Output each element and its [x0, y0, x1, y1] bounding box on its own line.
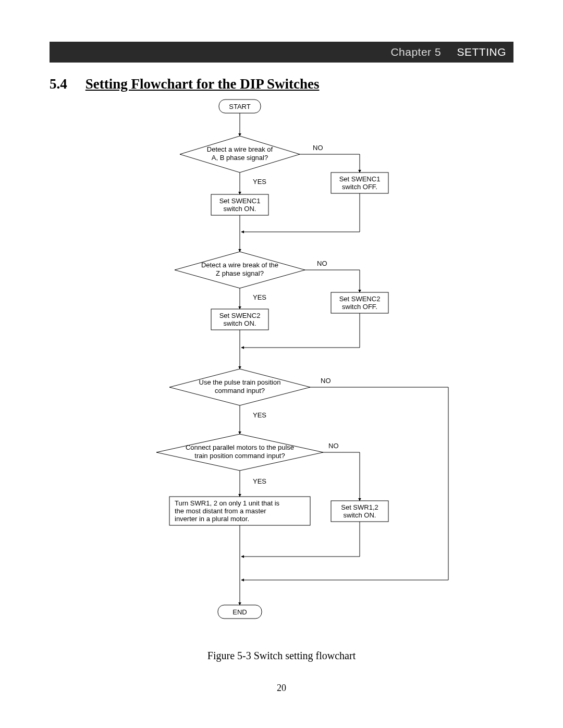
svg-text:YES: YES	[253, 411, 266, 419]
section-title: Setting Flowchart for the DIP Switches	[85, 76, 320, 92]
svg-text:the most distant from a master: the most distant from a master	[175, 507, 266, 515]
section-number: 5.4	[50, 76, 82, 92]
svg-text:NO: NO	[321, 377, 331, 385]
svg-text:YES: YES	[253, 477, 266, 485]
svg-text:Set SWENC2: Set SWENC2	[339, 295, 381, 303]
svg-text:A, B phase signal?: A, B phase signal?	[212, 154, 268, 162]
svg-text:Detect a wire break of the: Detect a wire break of the	[201, 261, 278, 269]
svg-text:NO: NO	[328, 442, 339, 450]
svg-text:YES: YES	[253, 178, 266, 186]
svg-text:train position command input?: train position command input?	[194, 452, 285, 460]
svg-text:switch ON.: switch ON.	[224, 205, 256, 213]
svg-text:Detect a wire break of: Detect a wire break of	[207, 145, 273, 153]
svg-text:command input?: command input?	[215, 387, 265, 394]
svg-text:switch ON.: switch ON.	[224, 319, 256, 327]
svg-text:Use the pulse train position: Use the pulse train position	[199, 378, 281, 386]
svg-text:YES: YES	[253, 293, 266, 301]
svg-text:Z phase signal?: Z phase signal?	[216, 269, 264, 277]
section-heading: 5.4 Setting Flowchart for the DIP Switch…	[50, 76, 513, 92]
end-label: END	[232, 608, 247, 616]
flowchart: START Detect a wire break of A, B phase …	[83, 95, 480, 643]
svg-text:Set SWR1,2: Set SWR1,2	[341, 503, 378, 511]
svg-text:Connect parallel motors to the: Connect parallel motors to the pulse	[186, 443, 294, 451]
svg-text:Set SWENC2: Set SWENC2	[219, 312, 261, 319]
svg-text:switch OFF.: switch OFF.	[342, 303, 377, 311]
svg-text:NO: NO	[313, 144, 323, 152]
svg-text:inverter in a plural motor.: inverter in a plural motor.	[175, 515, 249, 523]
svg-text:Set SWENC1: Set SWENC1	[219, 197, 261, 205]
svg-text:switch ON.: switch ON.	[344, 511, 376, 519]
header-chapter: Chapter 5	[390, 46, 441, 58]
svg-text:switch OFF.: switch OFF.	[342, 183, 377, 191]
header-title: SETTING	[457, 46, 506, 58]
svg-text:NO: NO	[317, 260, 327, 267]
start-label: START	[229, 103, 250, 110]
svg-text:Turn SWR1, 2 on only 1 unit th: Turn SWR1, 2 on only 1 unit that is	[175, 499, 280, 507]
page-number: 20	[50, 683, 513, 694]
figure-caption: Figure 5-3 Switch setting flowchart	[50, 650, 513, 662]
svg-text:Set SWENC1: Set SWENC1	[339, 175, 381, 183]
page-header: Chapter 5 SETTING	[50, 42, 513, 63]
